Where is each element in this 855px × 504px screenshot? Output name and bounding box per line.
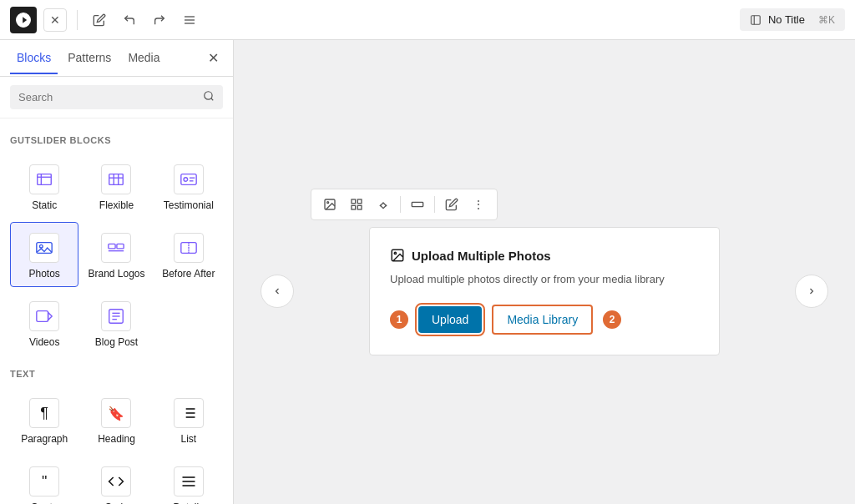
title-shortcut: ⌘K [818,14,835,26]
slider-prev-button[interactable] [261,275,294,308]
svg-point-49 [394,253,396,255]
block-item-list[interactable]: List [154,387,223,452]
svg-marker-27 [48,312,53,320]
search-icon [203,90,215,104]
sidebar: Blocks Patterns Media ✕ GUTSLIDER BLOCKS [0,40,234,504]
upload-badge: 1 [390,310,408,329]
upload-card: Upload Multiple Photos Upload multiple p… [369,227,720,355]
block-item-blog-post[interactable]: Blog Post [82,290,150,355]
block-label-paragraph: Paragraph [21,433,68,445]
tab-patterns[interactable]: Patterns [61,43,118,74]
block-item-videos[interactable]: Videos [10,290,78,355]
svg-rect-44 [357,199,362,204]
media-library-button[interactable]: Media Library [492,305,593,335]
svg-line-7 [211,98,214,101]
svg-rect-47 [412,203,422,207]
block-icon-brand-logos [101,233,131,263]
svg-rect-45 [352,206,356,210]
block-icon-quote: " [29,466,59,496]
search-area [0,77,233,118]
toolbar-more-button[interactable]: ⋮ [467,193,490,216]
block-item-paragraph[interactable]: ¶ Paragraph [10,387,78,452]
block-icon-static [29,164,59,194]
media-library-badge: 2 [603,310,621,329]
block-label-blog-post: Blog Post [95,336,138,348]
block-label-brand-logos: Brand Logos [88,268,144,280]
svg-rect-21 [109,244,115,249]
block-icon-heading: 🔖 [101,398,131,428]
slider-wrapper: Upload Multiple Photos Upload multiple p… [311,227,778,355]
list-view-button[interactable] [178,8,201,32]
sidebar-close-button[interactable]: ✕ [203,48,223,68]
block-item-brand-logos[interactable]: Brand Logos [82,222,150,287]
tab-media[interactable]: Media [121,43,166,74]
block-label-before-after: Before After [162,268,215,280]
upload-button[interactable]: Upload [418,306,482,333]
svg-point-42 [327,202,329,204]
search-input[interactable] [18,91,196,103]
top-bar: ✕ No Title ⌘K [0,0,855,40]
main-layout: Blocks Patterns Media ✕ GUTSLIDER BLOCKS [0,40,855,504]
block-item-quote[interactable]: " Quote [10,456,78,504]
block-item-heading[interactable]: 🔖 Heading [82,387,150,452]
block-label-static: Static [32,199,57,211]
sidebar-tabs: Blocks Patterns Media ✕ [0,40,233,77]
blocks-content: GUTSLIDER BLOCKS Static [0,118,233,504]
document-title-area[interactable]: No Title ⌘K [740,8,845,31]
block-item-static[interactable]: Static [10,154,78,219]
svg-rect-4 [751,15,761,24]
block-icon-blog-post [101,301,131,331]
block-icon-code [101,466,131,496]
toolbar-image-button[interactable] [318,193,341,216]
block-label-videos: Videos [29,336,59,348]
document-title: No Title [768,13,805,26]
svg-rect-8 [38,174,52,185]
slider-container: ⋮ Upload Multiple Photos [311,189,778,355]
block-item-flexible[interactable]: Flexible [82,154,150,219]
block-item-photos[interactable]: Photos [10,222,78,287]
tab-blocks[interactable]: Blocks [10,43,58,74]
separator [77,10,78,30]
block-label-list: List [180,433,196,445]
text-blocks-grid: ¶ Paragraph 🔖 Heading [10,387,223,504]
block-label-photos: Photos [28,268,59,280]
toolbar-edit-button[interactable] [440,193,463,216]
search-box [10,85,223,109]
block-label-testimonial: Testimonial [164,199,214,211]
upload-actions: 1 Upload Media Library 2 [390,305,699,335]
upload-card-description: Upload multiple photos directly or from … [390,271,699,288]
upload-card-title: Upload Multiple Photos [390,248,699,263]
block-label-flexible: Flexible [99,199,134,211]
svg-rect-26 [37,311,48,322]
gutslider-blocks-grid: Static Flexible [10,154,223,355]
edit-icon[interactable] [88,8,111,32]
slider-next-button[interactable] [795,275,828,308]
block-toolbar: ⋮ [311,189,498,220]
block-item-before-after[interactable]: Before After [154,222,223,287]
block-item-code[interactable]: Code [82,456,150,504]
text-section-label: TEXT [10,369,223,379]
block-icon-paragraph: ¶ [29,398,59,428]
toolbar-sep-2 [434,196,435,213]
wp-logo-button[interactable] [10,7,37,33]
block-icon-videos [29,301,59,331]
svg-rect-11 [109,174,124,185]
block-item-details[interactable]: Details [154,456,223,504]
toolbar-row: ⋮ [311,189,778,220]
svg-point-20 [40,244,43,248]
close-panel-button[interactable]: ✕ [43,8,67,32]
block-icon-photos [29,233,59,263]
block-item-testimonial[interactable]: Testimonial [154,154,223,219]
svg-point-16 [184,178,188,182]
block-icon-before-after [174,233,204,263]
block-icon-flexible [101,164,131,194]
toolbar-sep-1 [400,196,401,213]
block-icon-list [174,398,204,428]
gutslider-section-label: GUTSLIDER BLOCKS [10,135,223,145]
redo-button[interactable] [148,8,171,32]
undo-button[interactable] [118,8,141,32]
toolbar-arrows-button[interactable] [372,193,395,216]
svg-rect-46 [357,206,362,210]
toolbar-grid-button[interactable] [345,193,368,216]
toolbar-align-button[interactable] [406,193,429,216]
